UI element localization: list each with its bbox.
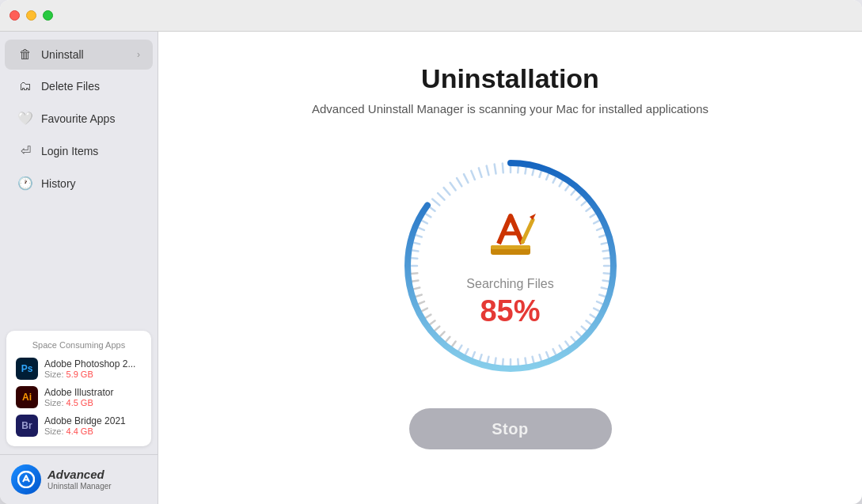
sidebar-label-history: History [41, 177, 76, 190]
login-icon: ⏎ [17, 143, 33, 158]
svg-line-15 [463, 174, 467, 183]
svg-line-13 [450, 183, 455, 191]
photoshop-size: Size: 5.9 GB [44, 369, 135, 379]
minimize-button[interactable] [26, 10, 36, 21]
svg-line-20 [502, 163, 503, 172]
sidebar: 🗑 Uninstall › 🗂 Delete Files 🤍 Favourite… [0, 32, 158, 504]
sidebar-item-delete-files[interactable]: 🗂 Delete Files [5, 71, 153, 101]
content-subtitle: Advanced Uninstall Manager is scanning y… [312, 102, 708, 116]
sidebar-label-login-items: Login Items [41, 145, 98, 157]
sidebar-item-uninstall[interactable]: 🗑 Uninstall › [5, 40, 153, 70]
sidebar-item-login-items[interactable]: ⏎ Login Items [5, 135, 153, 166]
sidebar-label-delete-files: Delete Files [41, 80, 100, 93]
page-title: Uninstallation [421, 63, 599, 94]
progress-label: Searching Files [466, 277, 553, 291]
illustrator-icon: Ai [16, 386, 38, 408]
space-widget-title: Space Consuming Apps [16, 340, 142, 350]
brand-logo [11, 464, 41, 495]
brand-logo-icon [17, 471, 35, 488]
traffic-lights [9, 10, 53, 21]
sidebar-label-favourite-apps: Favourite Apps [41, 112, 115, 125]
sidebar-item-favourite-apps[interactable]: 🤍 Favourite Apps [5, 103, 153, 134]
sidebar-label-uninstall: Uninstall [41, 48, 84, 61]
brand-text: Advanced Uninstall Manager [47, 468, 112, 491]
sidebar-nav: 🗑 Uninstall › 🗂 Delete Files 🤍 Favourite… [0, 38, 158, 323]
main-window: 🗑 Uninstall › 🗂 Delete Files 🤍 Favourite… [0, 0, 862, 504]
bridge-name: Adobe Bridge 2021 [44, 415, 126, 426]
list-item: Br Adobe Bridge 2021 Size: 4.4 GB [16, 415, 142, 437]
svg-marker-85 [530, 214, 536, 220]
stop-button[interactable]: Stop [409, 408, 612, 449]
maximize-button[interactable] [43, 10, 53, 21]
svg-line-11 [438, 193, 444, 199]
bridge-icon: Br [16, 415, 38, 437]
svg-line-14 [457, 178, 461, 186]
brand-subtitle: Uninstall Manager [47, 482, 112, 491]
svg-rect-83 [491, 245, 530, 249]
bridge-size: Size: 4.4 GB [44, 426, 126, 436]
main-layout: 🗑 Uninstall › 🗂 Delete Files 🤍 Favourite… [0, 32, 862, 504]
illustrator-name: Adobe Illustrator [44, 387, 113, 398]
progress-ring-container: // Will be generated by JS below [392, 147, 629, 385]
trash-icon: 🗑 [17, 47, 33, 62]
title-bar [0, 0, 862, 32]
photoshop-icon: Ps [16, 358, 38, 380]
photoshop-info: Adobe Photoshop 2... Size: 5.9 GB [44, 358, 135, 379]
svg-line-18 [486, 166, 488, 176]
svg-line-16 [471, 171, 475, 180]
progress-percent: 85% [480, 294, 540, 328]
photoshop-name: Adobe Photoshop 2... [44, 358, 135, 369]
illustrator-size: Size: 4.5 GB [44, 398, 113, 407]
brand-name: Advanced [47, 468, 112, 482]
svg-line-19 [494, 165, 496, 174]
svg-line-84 [522, 220, 533, 242]
sidebar-item-history[interactable]: 🕐 History [5, 168, 153, 199]
progress-center: Searching Files 85% [466, 204, 553, 328]
svg-line-10 [432, 199, 439, 206]
app-center-icon [479, 204, 542, 267]
svg-line-12 [443, 188, 450, 195]
list-item: Ps Adobe Photoshop 2... Size: 5.9 GB [16, 358, 142, 380]
bridge-info: Adobe Bridge 2021 Size: 4.4 GB [44, 415, 126, 436]
svg-line-17 [478, 168, 481, 176]
space-consuming-apps-widget: Space Consuming Apps Ps Adobe Photoshop … [6, 331, 151, 446]
illustrator-info: Adobe Illustrator Size: 4.5 GB [44, 387, 113, 407]
favourite-icon: 🤍 [17, 111, 33, 126]
close-button[interactable] [9, 10, 20, 21]
history-icon: 🕐 [17, 176, 33, 191]
brand-section: Advanced Uninstall Manager [0, 454, 158, 504]
list-item: Ai Adobe Illustrator Size: 4.5 GB [16, 386, 142, 408]
content-area: Uninstallation Advanced Uninstall Manage… [158, 32, 862, 504]
chevron-right-icon: › [137, 49, 140, 60]
delete-files-icon: 🗂 [17, 79, 33, 93]
